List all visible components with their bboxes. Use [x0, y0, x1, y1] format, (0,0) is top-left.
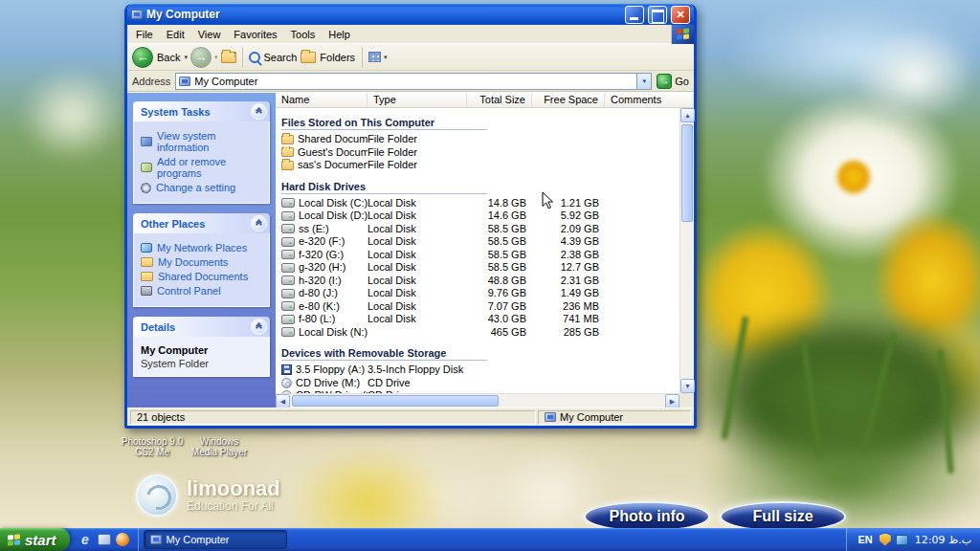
row-type: CD Drive	[368, 377, 467, 389]
windows-flag-icon	[8, 534, 20, 545]
taskbar-task-my-computer[interactable]: My Computer	[144, 530, 287, 549]
sidebar-item-control-panel[interactable]: Control Panel	[141, 285, 265, 297]
taskbar-clock[interactable]: 12:09 ب.ظ	[915, 534, 971, 546]
go-button[interactable]: Go	[657, 74, 689, 89]
menu-item-favorites[interactable]: Favorites	[227, 26, 283, 43]
list-row-e-320-f[interactable]: e-320 (F:)Local Disk58.5 GB4.39 GB	[281, 235, 679, 249]
vertical-scrollbar[interactable]: ▲ ▼	[679, 108, 694, 393]
horizontal-scrollbar[interactable]: ◀ ▶	[276, 393, 679, 408]
show-desktop-icon[interactable]	[98, 534, 111, 545]
shield-icon	[880, 534, 891, 546]
row-name-label: f-80 (L:)	[299, 313, 336, 325]
list-row-g-320-h[interactable]: g-320 (H:)Local Disk58.5 GB12.7 GB	[281, 261, 679, 275]
system-tasks-header[interactable]: System Tasks	[133, 101, 270, 121]
start-button[interactable]: start	[0, 528, 70, 551]
menu-item-tools[interactable]: Tools	[284, 26, 323, 43]
row-type: File Folder	[368, 146, 467, 159]
maximize-button[interactable]	[648, 6, 667, 24]
row-type: Local Disk	[368, 235, 467, 248]
row-name-label: Guest's Documents	[298, 146, 368, 159]
list-row-f-80-l[interactable]: f-80 (L:)Local Disk43.0 GB741 MB	[281, 313, 679, 326]
title-bar[interactable]: My Computer	[127, 4, 694, 25]
scroll-right-button[interactable]: ▶	[665, 394, 679, 408]
column-header-free-space[interactable]: Free Space	[532, 93, 605, 107]
photo-info-button[interactable]: Photo info	[584, 501, 710, 528]
mouse-cursor	[542, 191, 554, 213]
menu-item-file[interactable]: File	[129, 26, 160, 43]
floppy-icon	[281, 364, 292, 375]
desktop-icon-label-photoshop-9-0-cs2-me[interactable]: Photoshop 9.0 CS2 Me	[121, 436, 184, 457]
menu-item-view[interactable]: View	[191, 26, 228, 43]
scroll-up-button[interactable]: ▲	[680, 108, 695, 122]
row-name-label: Local Disk (D:)	[299, 209, 368, 222]
scroll-left-button[interactable]: ◀	[276, 394, 290, 408]
menu-item-edit[interactable]: Edit	[160, 26, 191, 43]
row-total-size: 58.5 GB	[467, 235, 532, 248]
taskbar: start My Computer EN 12:09 ب.ظ	[0, 528, 980, 551]
views-button[interactable]: ▾	[368, 52, 388, 62]
collapse-button[interactable]	[251, 319, 267, 335]
list-row-f-320-g[interactable]: f-320 (G:)Local Disk58.5 GB2.38 GB	[281, 249, 679, 262]
details-content: My Computer System Folder	[133, 337, 270, 377]
column-header-name[interactable]: Name	[276, 93, 368, 107]
scroll-thumb[interactable]	[681, 124, 693, 222]
list-row-d-80-j[interactable]: d-80 (J:)Local Disk9.76 GB1.49 GB	[281, 287, 679, 300]
sidebar-item-change-a-setting[interactable]: Change a setting	[141, 182, 265, 193]
sidebar-item-my-documents[interactable]: My Documents	[141, 256, 265, 268]
column-header-total-size[interactable]: Total Size	[467, 93, 532, 107]
list-row-e-80-k[interactable]: e-80 (K:)Local Disk7.07 GB236 MB	[281, 300, 679, 314]
column-header-comments[interactable]: Comments	[605, 93, 694, 107]
details-header[interactable]: Details	[133, 317, 270, 337]
list-row-ss-e[interactable]: ss (E:)Local Disk58.5 GB2.09 GB	[281, 223, 679, 236]
list-row-local-disk-d[interactable]: Local Disk (D:)Local Disk14.6 GB5.92 GB	[281, 209, 679, 223]
row-name: Local Disk (N:)	[281, 326, 368, 339]
collapse-button[interactable]	[251, 215, 267, 231]
row-name-label: Shared Documents	[298, 133, 368, 145]
sidebar-item-view-system-information[interactable]: View system information	[141, 130, 265, 153]
status-objects: 21 objects	[130, 410, 536, 425]
forward-button[interactable]: ▾	[190, 47, 218, 68]
list-row-sas-s-documents[interactable]: sas's DocumentsFile Folder	[281, 159, 679, 172]
language-indicator[interactable]: EN	[858, 534, 872, 545]
up-button[interactable]	[221, 52, 236, 63]
list-row-cd-drive-m[interactable]: CD Drive (M:)CD Drive	[281, 377, 679, 390]
address-input[interactable]: My Computer ▾	[175, 73, 652, 90]
address-dropdown-button[interactable]: ▾	[636, 74, 651, 89]
back-button[interactable]: Back ▾	[132, 47, 188, 68]
column-header-type[interactable]: Type	[368, 93, 467, 107]
sidebar-item-shared-documents[interactable]: Shared Documents	[141, 271, 265, 282]
desktop-icon-label-windows-media-player[interactable]: Windows Media Player	[188, 436, 251, 457]
change-setting-icon	[141, 183, 151, 193]
scroll-track[interactable]	[680, 122, 694, 379]
sidebar-item-my-network-places[interactable]: My Network Places	[141, 242, 265, 253]
drive-icon	[281, 250, 295, 259]
list-row-local-disk-n[interactable]: Local Disk (N:)465 GB285 GB	[281, 326, 679, 340]
other-places-header[interactable]: Other Places	[133, 213, 270, 233]
full-size-button[interactable]: Full size	[720, 501, 846, 528]
row-type: Local Disk	[368, 223, 467, 235]
close-button[interactable]	[671, 6, 690, 24]
internet-explorer-icon[interactable]	[78, 533, 93, 547]
other-places-box: Other Places My Network PlacesMy Documen…	[133, 213, 270, 307]
list-row-3-5-floppy-a[interactable]: 3.5 Floppy (A:)3.5-Inch Floppy Disk	[281, 364, 679, 377]
list-row-local-disk-c[interactable]: Local Disk (C:)Local Disk14.8 GB1.21 GB	[281, 197, 679, 210]
search-button[interactable]: Search	[249, 52, 299, 63]
scroll-track[interactable]	[290, 394, 665, 408]
menu-item-help[interactable]: Help	[322, 26, 357, 43]
row-type: Local Disk	[368, 313, 467, 325]
collapse-button[interactable]	[251, 103, 267, 120]
media-player-icon[interactable]	[116, 533, 129, 546]
minimize-button[interactable]	[625, 6, 644, 24]
list-row-guest-s-documents[interactable]: Guest's DocumentsFile Folder	[281, 146, 679, 160]
scroll-down-button[interactable]: ▼	[680, 379, 695, 393]
sidebar-item-label: My Network Places	[157, 242, 247, 253]
list-row-h-320-i[interactable]: h-320 (I:)Local Disk48.8 GB2.31 GB	[281, 275, 679, 288]
scroll-thumb[interactable]	[292, 395, 499, 407]
row-name-label: e-80 (K:)	[299, 300, 340, 313]
desktop-background: Photoshop 9.0 CS2 MeWindows Media Player…	[0, 0, 980, 528]
sidebar-item-add-or-remove-programs[interactable]: Add or remove programs	[141, 156, 265, 179]
row-name: d-80 (J:)	[281, 287, 368, 299]
folders-button[interactable]: Folders	[301, 52, 356, 63]
list-row-shared-documents[interactable]: Shared DocumentsFile Folder	[281, 133, 679, 146]
row-name: sas's Documents	[281, 159, 368, 171]
